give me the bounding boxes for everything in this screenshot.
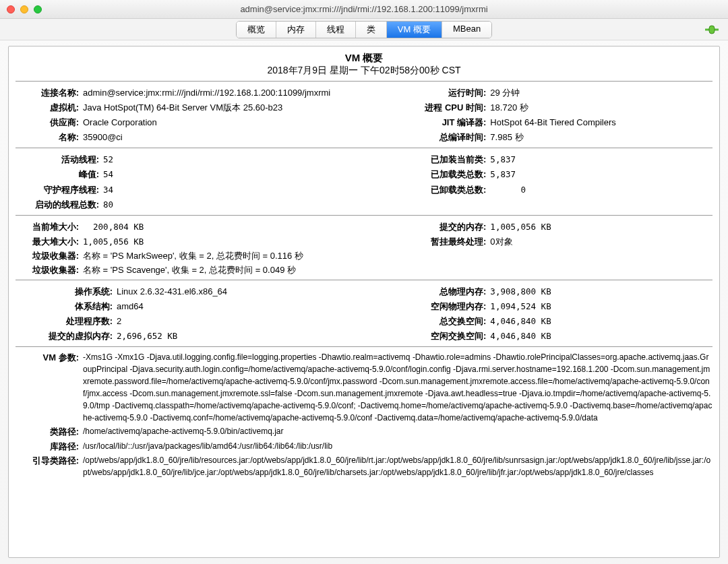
value-processors: 2 <box>117 314 392 329</box>
value-gc1: 名称 = 'PS MarkSweep', 收集 = 2, 总花费时间 = 0.1… <box>83 249 712 263</box>
label-live-threads: 活动线程: <box>16 152 103 167</box>
label-committed-mem: 提交的内存: <box>402 220 490 234</box>
label-name: 名称: <box>16 130 83 145</box>
content-panel: VM 概要 2018年7月9日 星期一 下午02时58分00秒 CST 连接名称… <box>8 46 720 558</box>
label-max-heap: 最大堆大小: <box>16 234 83 249</box>
value-live-threads: 52 <box>103 152 392 166</box>
value-vm: Java HotSpot(TM) 64-Bit Server VM版本 25.6… <box>83 100 392 115</box>
page-datetime: 2018年7月9日 星期一 下午02时58分00秒 CST <box>16 65 712 77</box>
label-loaded-classes: 已加装当前类: <box>402 152 490 167</box>
tabs-bar: 概览 内存 线程 类 VM 概要 MBean <box>0 19 728 40</box>
label-gc2: 垃圾收集器: <box>16 263 83 277</box>
label-vendor: 供应商: <box>16 115 83 130</box>
section-memory: 当前堆大小: 200,804 KB 最大堆大小:1,005,056 KB 提交的… <box>16 220 712 249</box>
titlebar: admin@service:jmx:rmi:///jndi/rmi://192.… <box>0 0 728 19</box>
label-total-loaded: 已加载类总数: <box>402 167 490 182</box>
value-total-loaded: 5,837 <box>490 167 712 181</box>
label-heap: 当前堆大小: <box>16 220 83 234</box>
value-free-swap: 4,046,840 KB <box>490 329 712 343</box>
app-window: admin@service:jmx:rmi:///jndi/rmi://192.… <box>0 0 728 564</box>
tab-vm-summary[interactable]: VM 概要 <box>387 22 442 38</box>
label-vm-args: VM 参数: <box>16 351 83 424</box>
tab-threads[interactable]: 线程 <box>316 22 356 38</box>
label-free-swap: 空闲交换空间: <box>402 329 490 344</box>
window-title: admin@service:jmx:rmi:///jndi/rmi://192.… <box>0 4 728 14</box>
value-classpath: /home/activemq/apache-activemq-5.9.0/bin… <box>83 425 712 439</box>
label-arch: 体系结构: <box>16 299 117 314</box>
divider <box>16 81 712 82</box>
value-uptime: 29 分钟 <box>490 86 712 100</box>
value-pending-final: 0对象 <box>490 234 712 249</box>
section-connection: 连接名称:admin@service:jmx:rmi:///jndi/rmi:/… <box>16 86 712 145</box>
label-libpath: 库路径: <box>16 440 83 453</box>
value-phys-mem: 3,908,800 KB <box>490 284 712 299</box>
label-swap: 总交换空间: <box>402 314 490 329</box>
value-jit: HotSpot 64-Bit Tiered Compilers <box>490 115 712 130</box>
label-free-phys: 空闲物理内存: <box>402 299 490 314</box>
divider <box>16 215 712 216</box>
label-uptime: 运行时间: <box>402 86 490 100</box>
label-jit: JIT 编译器: <box>402 115 490 130</box>
label-compile-time: 总编译时间: <box>402 130 490 145</box>
label-connection-name: 连接名称: <box>16 86 83 100</box>
value-peak: 54 <box>103 167 392 181</box>
svg-rect-1 <box>709 26 715 34</box>
tab-memory[interactable]: 内存 <box>276 22 316 38</box>
value-committed-vmem: 2,696,652 KB <box>117 329 392 343</box>
label-daemon: 守护程序线程: <box>16 183 103 197</box>
value-vm-args: -Xms1G -Xmx1G -Djava.util.logging.config… <box>83 351 712 424</box>
value-heap: 200,804 KB <box>83 220 392 234</box>
connection-status-icon[interactable] <box>704 22 720 38</box>
label-peak: 峰值: <box>16 167 103 182</box>
section-threads-classes: 活动线程:52 峰值:54 守护程序线程:34 启动的线程总数:80 已加装当前… <box>16 152 712 212</box>
value-daemon: 34 <box>103 183 392 197</box>
value-arch: amd64 <box>117 299 392 314</box>
value-compile-time: 7.985 秒 <box>490 130 712 145</box>
value-max-heap: 1,005,056 KB <box>83 234 392 249</box>
label-os: 操作系统: <box>16 284 117 299</box>
value-unloaded: 0 <box>490 183 712 197</box>
label-committed-vmem: 提交的虚拟内存: <box>16 329 117 344</box>
value-total-started: 80 <box>103 197 392 212</box>
tab-mbean[interactable]: MBean <box>442 22 491 38</box>
divider <box>16 346 712 347</box>
tab-overview[interactable]: 概览 <box>237 22 276 38</box>
label-total-started: 启动的线程总数: <box>16 197 103 212</box>
label-unloaded: 已卸载类总数: <box>402 183 490 197</box>
label-phys-mem: 总物理内存: <box>402 284 490 299</box>
divider <box>16 148 712 148</box>
value-loaded-classes: 5,837 <box>490 152 712 166</box>
label-classpath: 类路径: <box>16 425 83 439</box>
value-committed-mem: 1,005,056 KB <box>490 220 712 234</box>
section-os: 操作系统:Linux 2.6.32-431.el6.x86_64 体系结构:am… <box>16 284 712 344</box>
value-libpath: /usr/local/lib/::/usr/java/packages/lib/… <box>83 440 712 453</box>
value-process-cpu: 18.720 秒 <box>490 100 712 115</box>
label-vm: 虚拟机: <box>16 100 83 115</box>
value-vendor: Oracle Corporation <box>83 115 392 130</box>
value-os: Linux 2.6.32-431.el6.x86_64 <box>117 284 392 299</box>
label-boot-classpath: 引导类路径: <box>16 454 83 478</box>
value-boot-classpath: /opt/webs/app/jdk1.8.0_60/jre/lib/resour… <box>83 454 712 478</box>
value-name: 35900@ci <box>83 130 392 145</box>
label-processors: 处理程序数: <box>16 314 117 329</box>
tab-classes[interactable]: 类 <box>356 22 387 38</box>
label-gc1: 垃圾收集器: <box>16 249 83 263</box>
value-free-phys: 1,094,524 KB <box>490 299 712 313</box>
page-title: VM 概要 <box>16 52 712 65</box>
value-swap: 4,046,840 KB <box>490 314 712 328</box>
value-gc2: 名称 = 'PS Scavenge', 收集 = 2, 总花费时间 = 0.04… <box>83 263 712 277</box>
tab-group: 概览 内存 线程 类 VM 概要 MBean <box>236 21 492 38</box>
label-pending-final: 暂挂最终处理: <box>402 234 490 249</box>
divider <box>16 280 712 280</box>
value-connection-name: admin@service:jmx:rmi:///jndi/rmi://192.… <box>83 86 392 100</box>
label-process-cpu: 进程 CPU 时间: <box>402 100 490 115</box>
